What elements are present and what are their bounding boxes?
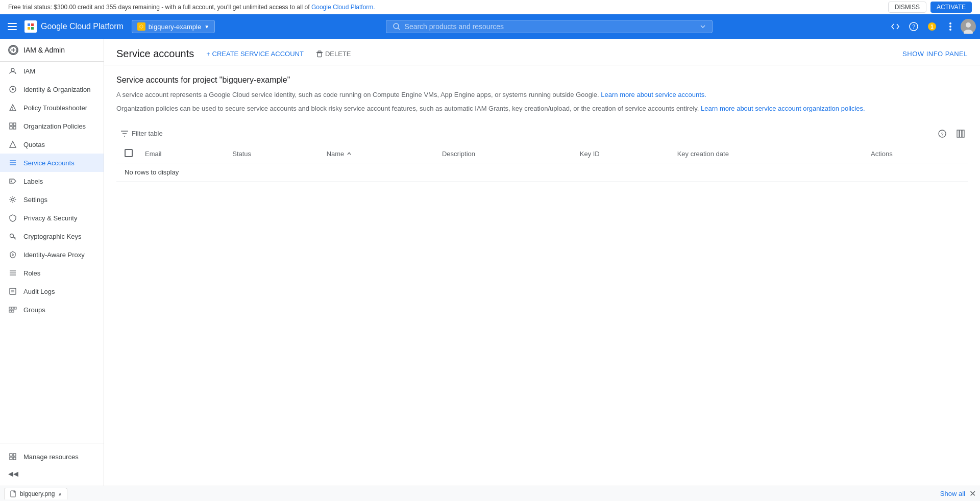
top-banner: Free trial status: $300.00 credit and 35… — [0, 0, 980, 14]
privacy-security-icon — [8, 213, 17, 222]
sidebar-item-labels[interactable]: Labels — [0, 172, 104, 190]
delete-icon — [316, 51, 323, 58]
table-toolbar-right: ? — [935, 127, 968, 141]
svg-rect-40 — [10, 288, 16, 294]
svg-point-17 — [966, 22, 971, 28]
empty-row: No rows to display — [116, 163, 968, 181]
search-bar[interactable] — [386, 20, 713, 33]
project-icon: ⬡ — [137, 22, 145, 31]
search-input[interactable] — [405, 22, 696, 31]
more-options-icon-btn[interactable] — [942, 18, 959, 35]
col-name[interactable]: Name — [321, 145, 436, 163]
search-dropdown-icon — [700, 23, 706, 30]
sidebar-item-label-policy-troubleshooter: Policy Troubleshooter — [23, 104, 87, 112]
desc2-link[interactable]: Learn more about service account organiz… — [701, 105, 865, 112]
sidebar-title: IAM & Admin — [23, 46, 65, 54]
create-service-account-button[interactable]: + CREATE SERVICE ACCOUNT — [202, 47, 308, 61]
dropdown-arrow-icon: ▼ — [204, 24, 209, 30]
table-toolbar: Filter table ? — [116, 122, 968, 145]
svg-point-14 — [949, 26, 951, 28]
svg-text:?: ? — [912, 24, 915, 30]
columns-icon — [957, 130, 965, 138]
avatar[interactable] — [961, 19, 976, 34]
sidebar-item-groups[interactable]: Groups — [0, 300, 104, 319]
show-info-panel-button[interactable]: SHOW INFO PANEL — [902, 50, 968, 58]
sidebar-item-quotas[interactable]: Quotas — [0, 135, 104, 154]
table-columns-button[interactable] — [953, 127, 968, 141]
sidebar-item-identity-org[interactable]: Identity & Organization — [0, 80, 104, 98]
svg-rect-3 — [28, 23, 30, 26]
dismiss-button[interactable]: DISMISS — [888, 2, 926, 13]
svg-rect-47 — [12, 310, 14, 312]
svg-point-23 — [12, 109, 13, 110]
desc1-link[interactable]: Learn more about service accounts. — [601, 91, 706, 98]
roles-icon — [8, 268, 17, 278]
svg-point-20 — [11, 68, 14, 71]
sidebar-item-label-labels: Labels — [23, 178, 43, 185]
iam-icon — [8, 66, 17, 76]
identity-org-icon — [8, 85, 17, 94]
svg-rect-28 — [13, 127, 16, 129]
svg-rect-51 — [13, 457, 16, 460]
page-header-left: Service accounts + CREATE SERVICE ACCOUN… — [116, 47, 355, 61]
banner-link[interactable]: Google Cloud Platform. — [311, 4, 375, 11]
sidebar-item-privacy-security[interactable]: Privacy & Security — [0, 209, 104, 227]
select-all-checkbox[interactable] — [125, 149, 133, 157]
svg-rect-0 — [8, 23, 17, 24]
activate-button[interactable]: ACTIVATE — [930, 2, 972, 13]
svg-rect-27 — [10, 127, 12, 129]
sidebar-item-label-cryptographic-keys: Cryptographic Keys — [23, 233, 81, 240]
sidebar-collapse-btn[interactable]: ◀◀ — [0, 466, 104, 482]
svg-point-15 — [949, 29, 951, 31]
sidebar-item-label-quotas: Quotas — [23, 141, 45, 148]
cryptographic-keys-icon — [8, 232, 17, 241]
groups-icon — [8, 305, 17, 314]
section-desc-1: A service account represents a Google Cl… — [116, 90, 968, 101]
labels-icon — [8, 177, 17, 186]
quotas-icon — [8, 140, 17, 149]
manage-resources-label: Manage resources — [23, 453, 79, 461]
svg-rect-58 — [962, 130, 964, 137]
svg-rect-26 — [13, 123, 16, 126]
help-icon-btn[interactable]: ? — [905, 18, 922, 35]
notification-icon-btn[interactable]: 1 — [924, 18, 940, 35]
svg-rect-53 — [317, 53, 322, 57]
iam-admin-icon — [8, 45, 18, 55]
sidebar-item-label-audit-logs: Audit Logs — [23, 288, 55, 295]
project-selector[interactable]: ⬡ bigquery-example ▼ — [132, 20, 215, 33]
sidebar-item-roles[interactable]: Roles — [0, 264, 104, 282]
sidebar-item-policy-troubleshooter[interactable]: Policy Troubleshooter — [0, 98, 104, 117]
col-email: Email — [139, 145, 226, 163]
sidebar: IAM & Admin IAM Identity & Organization — [0, 39, 104, 486]
navbar: Google Cloud Platform ⬡ bigquery-example… — [0, 14, 980, 39]
sidebar-item-cryptographic-keys[interactable]: Cryptographic Keys — [0, 227, 104, 245]
col-key-id: Key ID — [574, 145, 671, 163]
col-key-creation-date: Key creation date — [671, 145, 865, 163]
col-status: Status — [226, 145, 320, 163]
col-description: Description — [436, 145, 574, 163]
svg-rect-44 — [12, 307, 14, 309]
svg-point-33 — [11, 181, 12, 182]
sidebar-item-settings[interactable]: Settings — [0, 190, 104, 209]
delete-button[interactable]: DELETE — [312, 47, 355, 61]
table-help-button[interactable]: ? — [935, 127, 949, 141]
sidebar-header: IAM & Admin — [0, 39, 104, 62]
manage-resources-icon — [8, 452, 17, 461]
navbar-icons: ? 1 — [887, 18, 976, 35]
sidebar-item-identity-aware-proxy[interactable]: Identity-Aware Proxy — [0, 245, 104, 264]
filter-button[interactable]: Filter table — [116, 127, 167, 141]
sidebar-item-label-groups: Groups — [23, 306, 45, 314]
sidebar-bottom: Manage resources ◀◀ — [0, 443, 104, 486]
sidebar-item-org-policies[interactable]: Organization Policies — [0, 117, 104, 135]
svg-rect-2 — [8, 29, 17, 30]
code-icon-btn[interactable] — [887, 18, 903, 35]
sidebar-item-manage-resources[interactable]: Manage resources — [0, 447, 104, 466]
settings-icon — [8, 195, 17, 204]
navbar-logo[interactable]: Google Cloud Platform — [24, 20, 124, 33]
menu-icon[interactable] — [4, 18, 20, 35]
sidebar-item-audit-logs[interactable]: Audit Logs — [0, 282, 104, 300]
sidebar-item-iam[interactable]: IAM — [0, 62, 104, 80]
sidebar-item-service-accounts[interactable]: Service Accounts — [0, 154, 104, 172]
svg-rect-5 — [28, 27, 30, 30]
svg-rect-48 — [10, 454, 12, 456]
